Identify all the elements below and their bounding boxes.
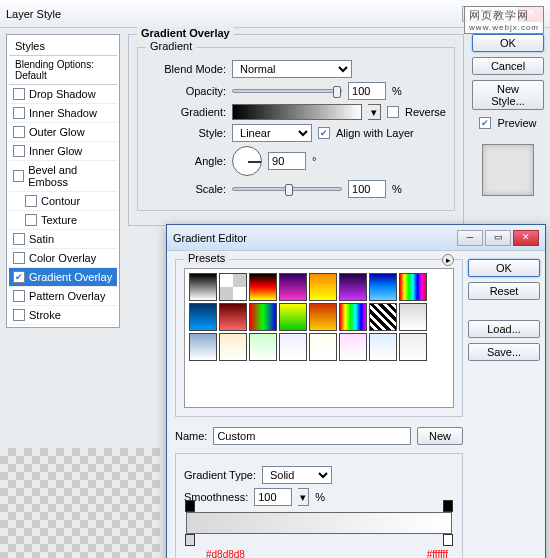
ok-button[interactable]: OK [472,34,544,52]
ge-ok-button[interactable]: OK [468,259,540,277]
style-select[interactable]: Linear [232,124,312,142]
opacity-stop-right[interactable] [443,500,453,512]
style-item-stroke[interactable]: Stroke [9,306,117,325]
gradienteditor-title: Gradient Editor [173,232,247,244]
style-checkbox[interactable] [25,195,37,207]
layerstyle-title: Layer Style [6,8,61,20]
preview-label: Preview [497,117,536,129]
gradient-bar[interactable] [186,512,452,534]
preset-swatch[interactable] [399,303,427,331]
style-item-outer-glow[interactable]: Outer Glow [9,123,117,142]
scale-input[interactable] [348,180,386,198]
scale-slider[interactable] [232,187,342,191]
style-item-label: Outer Glow [29,126,85,138]
preset-swatch[interactable] [219,303,247,331]
gradient-legend: Gradient [146,40,196,52]
preset-swatch[interactable] [189,273,217,301]
ge-minimize-button[interactable]: ─ [457,230,483,246]
preset-swatch[interactable] [309,273,337,301]
style-item-inner-glow[interactable]: Inner Glow [9,142,117,161]
gradient-picker[interactable] [232,104,362,120]
style-item-inner-shadow[interactable]: Inner Shadow [9,104,117,123]
blendmode-select[interactable]: Normal [232,60,352,78]
preset-swatch[interactable] [399,273,427,301]
style-item-texture[interactable]: Texture [9,211,117,230]
opacity-slider[interactable] [232,89,342,93]
preset-swatch[interactable] [339,273,367,301]
gradient-editor-window: Gradient Editor ─ ▭ ✕ Presets ▸ Name: Ne… [166,224,546,558]
style-item-label: Stroke [29,309,61,321]
style-item-bevel-and-emboss[interactable]: Bevel and Emboss [9,161,117,192]
gradtype-label: Gradient Type: [184,469,256,481]
style-checkbox[interactable] [13,126,25,138]
style-checkbox[interactable] [13,107,25,119]
smoothness-dropdown[interactable]: ▾ [298,488,309,506]
style-checkbox[interactable] [13,290,25,302]
style-item-satin[interactable]: Satin [9,230,117,249]
preset-swatch[interactable] [279,303,307,331]
style-item-label: Bevel and Emboss [28,164,113,188]
preset-swatch[interactable] [219,273,247,301]
style-item-label: Pattern Overlay [29,290,105,302]
new-button[interactable]: New [417,427,463,445]
color-stop-left[interactable] [185,534,195,546]
style-item-label: Gradient Overlay [29,271,112,283]
preset-swatch[interactable] [279,273,307,301]
style-checkbox[interactable] [13,145,25,157]
gradient-label: Gradient: [146,106,226,118]
style-checkbox[interactable] [25,214,37,226]
cancel-button[interactable]: Cancel [472,57,544,75]
preset-swatch[interactable] [249,303,277,331]
ge-close-button[interactable]: ✕ [513,230,539,246]
preset-swatch[interactable] [189,333,217,361]
preset-swatch[interactable] [309,333,337,361]
opacity-input[interactable] [348,82,386,100]
preset-swatch[interactable] [219,333,247,361]
style-item-gradient-overlay[interactable]: ✔Gradient Overlay [9,268,117,287]
preset-swatch[interactable] [309,303,337,331]
presets-fieldset: Presets ▸ [175,259,463,417]
preset-swatch[interactable] [339,303,367,331]
name-input[interactable] [213,427,411,445]
ge-load-button[interactable]: Load... [468,320,540,338]
gradienteditor-titlebar[interactable]: Gradient Editor ─ ▭ ✕ [167,225,545,251]
preset-swatch[interactable] [369,333,397,361]
reverse-checkbox[interactable] [387,106,399,118]
style-item-contour[interactable]: Contour [9,192,117,211]
preset-swatch[interactable] [249,333,277,361]
align-checkbox[interactable]: ✔ [318,127,330,139]
ge-save-button[interactable]: Save... [468,343,540,361]
style-checkbox[interactable] [13,170,24,182]
smoothness-input[interactable] [254,488,292,506]
presets-menu-icon[interactable]: ▸ [442,254,454,266]
color-stop-right[interactable] [443,534,453,546]
style-item-pattern-overlay[interactable]: Pattern Overlay [9,287,117,306]
name-label: Name: [175,430,207,442]
style-item-drop-shadow[interactable]: Drop Shadow [9,85,117,104]
preset-swatch[interactable] [339,333,367,361]
style-checkbox[interactable]: ✔ [13,271,25,283]
preset-swatch[interactable] [399,333,427,361]
style-checkbox[interactable] [13,88,25,100]
preset-swatch[interactable] [369,303,397,331]
gradient-dropdown[interactable]: ▾ [368,104,381,120]
preset-swatch[interactable] [369,273,397,301]
ge-reset-button[interactable]: Reset [468,282,540,300]
blending-default[interactable]: Blending Options: Default [9,56,117,85]
style-checkbox[interactable] [13,252,25,264]
opacity-stop-left[interactable] [185,500,195,512]
preset-swatch[interactable] [279,333,307,361]
gradtype-select[interactable]: Solid [262,466,332,484]
style-checkbox[interactable] [13,233,25,245]
angle-dial[interactable] [232,146,262,176]
preview-checkbox[interactable]: ✔ [479,117,491,129]
ge-maximize-button[interactable]: ▭ [485,230,511,246]
styles-header[interactable]: Styles [9,37,117,56]
angle-input[interactable] [268,152,306,170]
style-checkbox[interactable] [13,309,25,321]
preset-swatch[interactable] [249,273,277,301]
preset-swatch[interactable] [189,303,217,331]
panel-title: Gradient Overlay [137,27,234,39]
newstyle-button[interactable]: New Style... [472,80,544,110]
style-item-color-overlay[interactable]: Color Overlay [9,249,117,268]
